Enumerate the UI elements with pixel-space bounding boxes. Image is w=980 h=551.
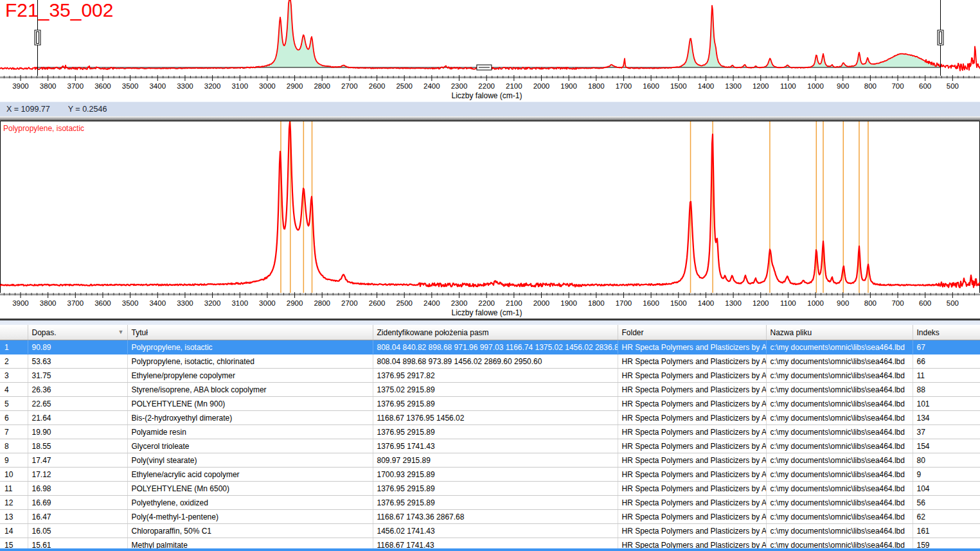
bottom-scroll-strip[interactable] [0, 548, 980, 551]
table-row[interactable]: 1216.69Polyethylene, oxidized1376.95 291… [0, 496, 980, 510]
table-row[interactable]: 190.89Polypropylene, isotactic808.04 840… [0, 340, 980, 354]
cell-plik: c:\my documents\omnic\libs\sea464.lbd [766, 468, 913, 482]
cell-folder: HR Specta Polymers and Plasticizers by A… [618, 468, 766, 482]
x-axis: 3900380037003600350034003300320031003000… [0, 292, 980, 317]
svg-text:3400: 3400 [149, 82, 166, 90]
cell-dopas: 16.05 [28, 524, 127, 538]
cell-rownum: 4 [0, 383, 28, 397]
table-row[interactable]: 621.64Bis-(2-hydroxyethyl dimerate)1168.… [0, 411, 980, 425]
cell-pasma: 1168.67 1376.95 1456.02 [373, 411, 618, 425]
sample-spectrum-chart[interactable]: 3900380037003600350034003300320031003000… [0, 0, 980, 101]
svg-text:1200: 1200 [753, 82, 769, 90]
col-header-rownum[interactable] [0, 325, 28, 340]
cell-indeks: 56 [913, 496, 980, 510]
cell-dopas: 16.69 [28, 496, 127, 510]
svg-text:1800: 1800 [588, 82, 605, 90]
library-spectrum-label: Polypropylene, isotactic [3, 124, 84, 133]
svg-text:1900: 1900 [560, 82, 577, 90]
sample-spectrum-pane[interactable]: 3900380037003600350034003300320031003000… [0, 0, 980, 101]
svg-text:800: 800 [864, 82, 877, 90]
cell-indeks: 67 [913, 340, 980, 354]
col-header-dopas[interactable]: Dopas. ▼ [28, 325, 127, 340]
col-header-tytul[interactable]: Tytuł [127, 325, 373, 340]
svg-text:1200: 1200 [753, 299, 769, 307]
table-row[interactable]: 253.63Polypropylene, isotactic, chlorina… [0, 354, 980, 369]
cell-folder: HR Specta Polymers and Plasticizers by A… [618, 496, 766, 510]
svg-text:2300: 2300 [451, 299, 468, 307]
cell-rownum: 8 [0, 439, 28, 453]
table-splitter[interactable] [0, 319, 980, 325]
cell-folder: HR Specta Polymers and Plasticizers by A… [618, 383, 766, 397]
table-row[interactable]: 1316.47Poly(4-methyl-1-pentene)1168.67 1… [0, 510, 980, 524]
svg-text:3500: 3500 [122, 82, 139, 90]
library-spectrum-chart[interactable]: 3900380037003600350034003300320031003000… [0, 121, 980, 319]
cell-plik: c:\my documents\omnic\libs\sea464.lbd [766, 482, 913, 496]
svg-text:2700: 2700 [341, 82, 358, 90]
cell-indeks: 161 [913, 524, 980, 538]
col-header-indeks[interactable]: Indeks [913, 325, 980, 340]
svg-text:700: 700 [891, 299, 904, 307]
svg-text:1800: 1800 [588, 299, 605, 307]
cell-dopas: 16.98 [28, 482, 127, 496]
library-spectrum-pane[interactable]: 3900380037003600350034003300320031003000… [0, 121, 980, 319]
svg-text:2500: 2500 [396, 82, 413, 90]
cursor-y-readout: Y = 0.2546 [68, 105, 107, 114]
cell-plik: c:\my documents\omnic\libs\sea464.lbd [766, 524, 913, 538]
table-row[interactable]: 1416.05Chloroparaffin, 50% C11456.02 174… [0, 524, 980, 538]
cell-rownum: 12 [0, 496, 28, 510]
svg-text:2100: 2100 [506, 299, 522, 307]
cell-rownum: 3 [0, 369, 28, 383]
cell-folder: HR Specta Polymers and Plasticizers by A… [618, 369, 766, 383]
table-row[interactable]: 331.75Ethylene/propylene copolymer1376.9… [0, 369, 980, 383]
cell-indeks: 62 [913, 510, 980, 524]
col-header-folder[interactable]: Folder [618, 325, 766, 340]
svg-text:600: 600 [919, 82, 931, 90]
cell-indeks: 66 [913, 354, 980, 369]
cell-folder: HR Specta Polymers and Plasticizers by A… [618, 411, 766, 425]
svg-text:1600: 1600 [643, 299, 659, 307]
table-row[interactable]: 818.55Glycerol trioleate1376.95 1741.43H… [0, 439, 980, 453]
table-row[interactable]: 1116.98POLYEHTYLENE (Mn 6500)1376.95 291… [0, 482, 980, 496]
cell-plik: c:\my documents\omnic\libs\sea464.lbd [766, 411, 913, 425]
cell-pasma: 1376.95 2915.89 [373, 425, 618, 439]
sort-desc-icon: ▼ [118, 329, 124, 335]
svg-text:2500: 2500 [396, 299, 413, 307]
cell-rownum: 2 [0, 354, 28, 369]
table-row[interactable]: 917.47Poly(vinyl stearate)809.97 2915.89… [0, 453, 980, 468]
cell-pasma: 1375.02 2915.89 [373, 383, 618, 397]
svg-text:Liczby falowe (cm-1): Liczby falowe (cm-1) [451, 91, 522, 100]
svg-text:3300: 3300 [177, 299, 193, 307]
svg-text:3000: 3000 [259, 82, 276, 90]
pane-splitter[interactable] [0, 116, 980, 121]
table-row[interactable]: 522.65POLYEHTYLENE (Mn 900)1376.95 2915.… [0, 397, 980, 411]
cell-plik: c:\my documents\omnic\libs\sea464.lbd [766, 510, 913, 524]
table-row[interactable]: 1017.12Ethylene/acrylic acid copolymer17… [0, 468, 980, 482]
cell-tytul: Ethylene/acrylic acid copolymer [127, 468, 373, 482]
svg-text:2100: 2100 [506, 82, 522, 90]
x-axis: 3900380037003600350034003300320031003000… [0, 75, 980, 100]
table-row[interactable]: 719.90Polyamide resin1376.95 2915.89HR S… [0, 425, 980, 439]
col-header-plik[interactable]: Nazwa pliku [766, 325, 913, 340]
cell-tytul: POLYEHTYLENE (Mn 6500) [127, 482, 373, 496]
svg-text:800: 800 [864, 299, 877, 307]
svg-text:1300: 1300 [725, 299, 742, 307]
cell-rownum: 13 [0, 510, 28, 524]
svg-text:2000: 2000 [533, 299, 550, 307]
col-header-pasma[interactable]: Zidentyfikowane położenia pasm [373, 325, 618, 340]
cell-rownum: 5 [0, 397, 28, 411]
svg-text:500: 500 [947, 299, 959, 307]
svg-text:1100: 1100 [780, 82, 796, 90]
spectrum-curve [0, 0, 980, 71]
svg-text:1100: 1100 [780, 299, 796, 307]
svg-text:900: 900 [837, 82, 849, 90]
baseline-handle[interactable] [477, 65, 492, 70]
cell-folder: HR Specta Polymers and Plasticizers by A… [618, 524, 766, 538]
svg-text:3800: 3800 [40, 299, 57, 307]
table-row[interactable]: 426.36Styrene/isoprene, ABA block copoly… [0, 383, 980, 397]
svg-text:2800: 2800 [314, 82, 330, 90]
cell-indeks: 9 [913, 468, 980, 482]
cell-tytul: Polypropylene, isotactic, chlorinated [127, 354, 373, 369]
cell-pasma: 1376.95 2915.89 [373, 482, 618, 496]
svg-text:2700: 2700 [341, 299, 358, 307]
cell-tytul: Chloroparaffin, 50% C1 [127, 524, 373, 538]
